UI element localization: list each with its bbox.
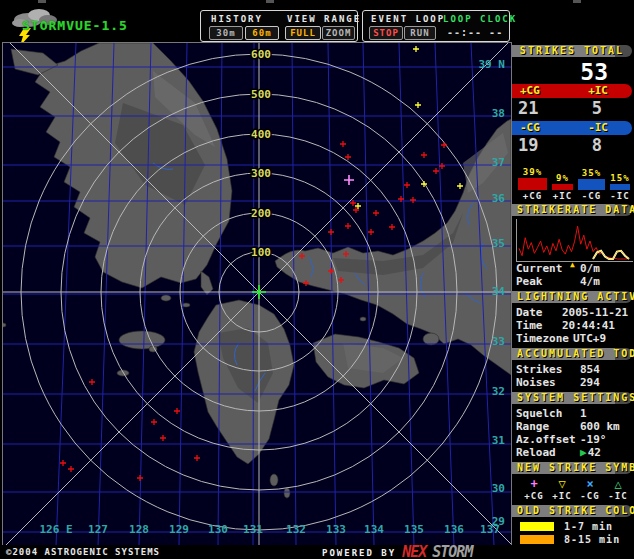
pos-cg-label: +CG <box>520 84 540 98</box>
status-sidebar: STRIKES TOTAL 53 +CG +IC 21 5 -CG -IC 19… <box>512 42 634 559</box>
latitude-label: 32 <box>492 385 505 398</box>
info-row: Noises294 <box>512 376 634 389</box>
loop-clock-label: LOOP CLOCK <box>443 14 517 24</box>
app-title: STORMVUE-1.5 <box>22 18 128 33</box>
view-range-label: VIEW RANGE <box>287 14 361 24</box>
longitude-label: 133 <box>326 523 346 536</box>
latitude-label: 38 <box>492 107 505 120</box>
strikes-total-value: 53 <box>512 60 634 84</box>
percent-bar-column: 15% <box>610 173 630 190</box>
footer-bar: ©2004 ASTROGENIC SYSTEMS POWERED BY NEXS… <box>0 545 634 559</box>
longitude-label: 136 <box>444 523 464 536</box>
latitude-label: 36 <box>492 192 506 205</box>
info-row: Squelch1 <box>512 407 634 420</box>
new-strike-symbols-legend: ++CG▽+IC×-CG△-IC <box>512 477 634 502</box>
longitude-label: 134 <box>364 523 384 536</box>
longitude-label: 126 E <box>39 523 72 536</box>
percent-value: 15% <box>610 173 629 183</box>
info-row: TimezoneUTC+9 <box>512 332 634 345</box>
system-settings-header: SYSTEM SETTINGS <box>512 392 632 404</box>
strike-symbol-icon: + <box>530 478 537 491</box>
info-row: Date2005-11-21 <box>512 306 634 319</box>
history-60m-button[interactable]: 60m <box>245 26 279 40</box>
info-label: Noises <box>516 376 576 389</box>
pos-ic-label: +IC <box>588 84 608 98</box>
info-value: 600 km <box>580 420 620 433</box>
map-canvas[interactable]: 100200300400500600 39 N38373635343332313… <box>3 43 511 546</box>
old-color-row: 8-15 min <box>512 533 634 545</box>
info-row: Reload▶42 <box>512 446 634 459</box>
info-value: 0/m <box>580 262 600 275</box>
info-label: Squelch <box>516 407 576 420</box>
strikerate-sparkline <box>517 219 633 261</box>
longitude-label: 132 <box>286 523 306 536</box>
play-icon: ▶ <box>580 446 587 459</box>
latitude-label: 33 <box>492 335 505 348</box>
new-symbol-column: ×-CG <box>576 478 604 502</box>
rate-time-marker: ▲ <box>570 261 575 269</box>
history-30m-button[interactable]: 30m <box>209 26 243 40</box>
info-value: 854 <box>580 363 600 376</box>
latitude-label: 39 N <box>479 58 506 71</box>
neg-cg-value: 19 <box>518 135 538 155</box>
event-loop-stop-button[interactable]: STOP <box>369 26 403 40</box>
info-value: 294 <box>580 376 600 389</box>
info-label: Time <box>516 319 558 332</box>
strike-symbol-icon: △ <box>614 478 621 491</box>
view-range-full-button[interactable]: FULL <box>285 26 321 40</box>
event-loop-run-button[interactable]: RUN <box>404 26 436 40</box>
old-strike-colors-header: OLD STRIKE COLORS <box>512 505 632 517</box>
longitude-label: 128 <box>129 523 149 536</box>
percent-symbol: -CG <box>578 191 605 201</box>
positive-strikes-bar: +CG +IC <box>512 84 632 98</box>
strike-symbol-label: -CG <box>580 491 599 502</box>
info-row: Time20:44:41 <box>512 319 634 332</box>
info-value: 4/m <box>580 275 600 288</box>
new-strike-symbols-header: NEW STRIKE SYMBOLS <box>512 462 632 474</box>
strike-symbol-icon: × <box>586 478 593 491</box>
strike-percent-bars: 39%9%35%15% <box>512 158 634 190</box>
percent-symbol: -IC <box>610 191 630 201</box>
latitude-label: 37 <box>492 156 505 169</box>
longitude-label: 137 <box>480 523 500 536</box>
neg-ic-label: -IC <box>588 121 608 135</box>
info-value: UTC+9 <box>573 332 606 345</box>
range-ring-label: 500 <box>251 88 271 101</box>
percent-bar-column: 9% <box>552 173 573 190</box>
accumulated-rows: Strikes854Noises294 <box>512 363 634 389</box>
screen-artifact <box>266 0 274 3</box>
percent-bar <box>610 184 630 190</box>
percent-bar <box>578 179 605 190</box>
pos-ic-value: 5 <box>592 98 602 118</box>
longitude-label: 130 <box>208 523 228 536</box>
age-range-label: 8-15 min <box>564 534 620 545</box>
strike-symbol-label: +IC <box>552 491 571 502</box>
powered-by-label: POWERED BY <box>322 548 396 558</box>
range-ring-label: 400 <box>251 128 271 141</box>
longitude-label: 131 <box>243 523 263 536</box>
range-ring-label: 600 <box>251 48 271 61</box>
range-ring-label: 200 <box>251 207 271 220</box>
nexstorm-logo-storm: STORM <box>432 545 472 559</box>
strike-symbol-label: -IC <box>608 491 627 502</box>
map-viewport: 100200300400500600 39 N38373635343332313… <box>2 42 512 547</box>
loop-clock-value: --:-- -- <box>447 27 503 38</box>
latitude-label: 30 <box>492 482 505 495</box>
accumulated-header: ACCUMULATED TODAY <box>512 348 632 360</box>
copyright-text: ©2004 ASTROGENIC SYSTEMS <box>6 547 160 557</box>
info-label: Range <box>516 420 576 433</box>
strikerate-graph: ▲ <box>516 219 633 262</box>
info-row: Peak4/m <box>512 275 634 288</box>
view-range-zoom-button[interactable]: ZOOM <box>322 26 355 40</box>
percent-value: 35% <box>582 168 601 178</box>
percent-symbol: +IC <box>552 191 573 201</box>
lightning-activity-header: LIGHTNING ACTIVITY <box>512 291 632 303</box>
info-label: Current <box>516 262 576 275</box>
info-value: 2005-11-21 <box>562 306 628 319</box>
percent-value: 39% <box>523 167 542 177</box>
color-swatch <box>520 522 554 531</box>
info-label: Az.offset <box>516 433 576 446</box>
history-label: HISTORY <box>211 14 263 24</box>
strike-percent-symbols: +CG+IC-CG-IC <box>512 190 634 201</box>
neg-cg-label: -CG <box>520 121 540 135</box>
